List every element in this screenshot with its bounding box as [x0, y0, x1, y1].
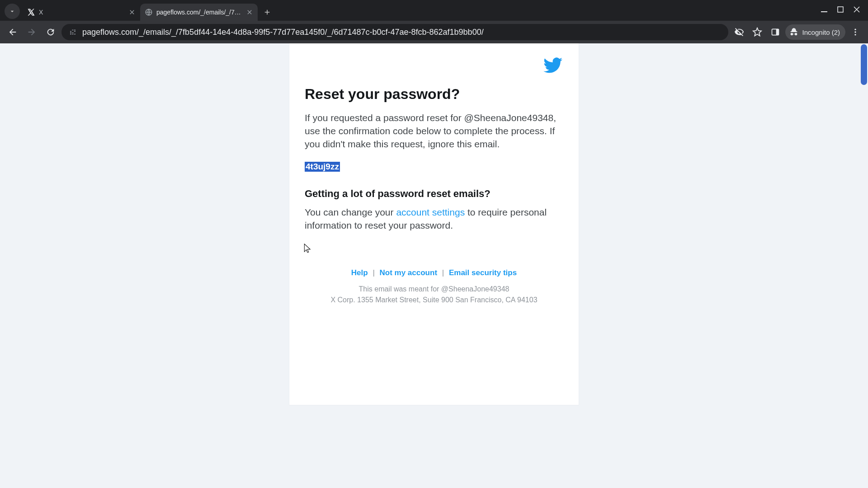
svg-rect-4: [776, 29, 778, 35]
url-text: pageflows.com/_/emails/_/7fb5df44-14e4-4…: [82, 28, 722, 37]
eye-off-button[interactable]: [731, 24, 747, 40]
star-icon: [752, 27, 762, 37]
chevron-down-icon: [9, 8, 16, 15]
footer-meant-for: This email was meant for @SheenaJone4934…: [305, 284, 563, 295]
maximize-button[interactable]: [837, 6, 844, 14]
email-card: Reset your password? If you requested a …: [289, 43, 579, 405]
twitter-bird-icon: [542, 55, 563, 78]
back-button[interactable]: [5, 24, 21, 40]
plus-icon: [263, 8, 271, 16]
svg-point-6: [854, 31, 856, 33]
email-footer: Help | Not my account | Email security t…: [305, 268, 563, 305]
eye-off-icon: [734, 27, 744, 37]
incognito-icon: [789, 27, 799, 37]
forward-button[interactable]: [24, 24, 40, 40]
tab-strip: X pageflows.com/_/emails/_/7fb5: [0, 0, 868, 21]
page-viewport: Reset your password? If you requested a …: [0, 43, 868, 488]
x-logo-icon: [27, 8, 35, 16]
tab-pageflows[interactable]: pageflows.com/_/emails/_/7fb5: [140, 4, 258, 21]
svg-rect-2: [838, 7, 843, 12]
scrollbar-thumb[interactable]: [861, 44, 867, 85]
footer-address: X Corp. 1355 Market Street, Suite 900 Sa…: [305, 295, 563, 305]
reload-icon: [46, 27, 56, 37]
separator: |: [370, 268, 377, 277]
account-settings-link[interactable]: account settings: [396, 207, 465, 217]
new-tab-button[interactable]: [260, 5, 274, 19]
tab-search-button[interactable]: [5, 4, 20, 19]
email-heading: Reset your password?: [305, 86, 563, 103]
dots-vertical-icon: [851, 28, 860, 37]
bookmark-button[interactable]: [749, 24, 765, 40]
tab-x[interactable]: X: [23, 4, 140, 21]
close-window-button[interactable]: [854, 6, 860, 14]
arrow-right-icon: [27, 27, 37, 37]
footer-not-my-account-link[interactable]: Not my account: [380, 268, 438, 277]
svg-point-5: [854, 29, 856, 30]
close-icon[interactable]: [128, 9, 136, 16]
email-subheading: Getting a lot of password reset emails?: [305, 188, 563, 200]
globe-icon: [145, 8, 153, 16]
separator: |: [439, 268, 447, 277]
site-info-icon[interactable]: [68, 27, 78, 37]
footer-help-link[interactable]: Help: [351, 268, 368, 277]
tab-title: pageflows.com/_/emails/_/7fb5: [156, 9, 242, 16]
confirmation-code[interactable]: 4t3uj9zz: [305, 162, 340, 172]
email-settings-paragraph: You can change your account settings to …: [305, 206, 563, 232]
footer-links: Help | Not my account | Email security t…: [305, 268, 563, 277]
kebab-menu-button[interactable]: [847, 24, 863, 40]
side-panel-button[interactable]: [767, 24, 783, 40]
svg-rect-1: [821, 11, 827, 12]
footer-security-link[interactable]: Email security tips: [449, 268, 517, 277]
close-icon[interactable]: [246, 9, 253, 16]
incognito-chip[interactable]: Incognito (2): [785, 24, 845, 40]
address-bar[interactable]: pageflows.com/_/emails/_/7fb5df44-14e4-4…: [61, 24, 728, 40]
tab-title: X: [39, 9, 125, 16]
panel-icon: [771, 28, 780, 37]
incognito-label: Incognito (2): [802, 28, 840, 36]
email-body: If you requested a password reset for @S…: [305, 112, 563, 151]
window-controls: [821, 0, 866, 21]
settings-text-pre: You can change your: [305, 207, 396, 217]
arrow-left-icon: [8, 27, 18, 37]
reload-button[interactable]: [42, 24, 59, 40]
svg-point-7: [854, 34, 856, 35]
toolbar: pageflows.com/_/emails/_/7fb5df44-14e4-4…: [0, 21, 868, 43]
minimize-button[interactable]: [821, 6, 827, 14]
